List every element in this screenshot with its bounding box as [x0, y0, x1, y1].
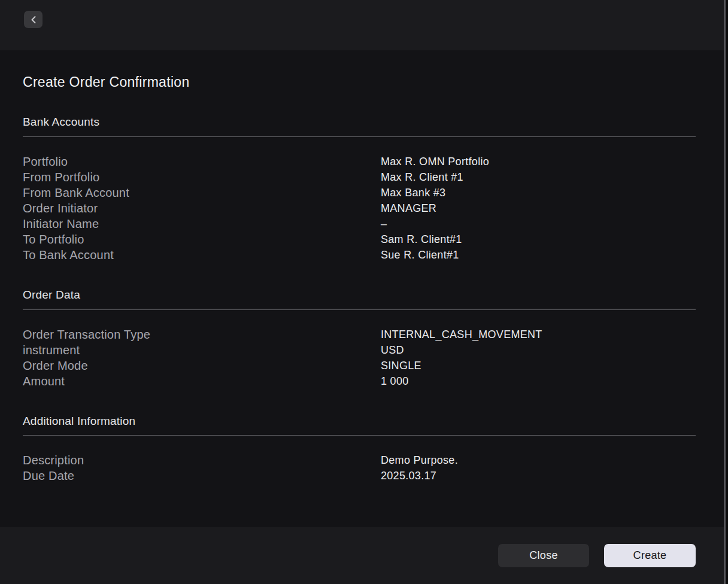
field-row: From Bank AccountMax Bank #3	[23, 185, 696, 200]
section-divider	[23, 435, 696, 436]
field-value: SINGLE	[381, 360, 696, 372]
field-value: MANAGER	[381, 202, 696, 215]
field-label: From Bank Account	[23, 186, 381, 200]
field-value: Max R. OMN Portfolio	[381, 156, 696, 168]
field-row: Initiator Name–	[23, 216, 696, 232]
bank-accounts-rows: PortfolioMax R. OMN PortfolioFrom Portfo…	[23, 154, 696, 263]
field-row: Order Transaction TypeINTERNAL_CASH_MOVE…	[23, 327, 696, 342]
field-row: From PortfolioMax R. Client #1	[23, 169, 696, 185]
scrollbar[interactable]	[724, 0, 728, 584]
section-bank-accounts: Bank Accounts PortfolioMax R. OMN Portfo…	[23, 115, 696, 263]
close-button[interactable]: Close	[498, 544, 589, 567]
field-value: Max Bank #3	[381, 187, 696, 199]
field-row: Order InitiatorMANAGER	[23, 200, 696, 216]
section-title: Order Data	[23, 288, 696, 302]
field-value: USD	[381, 344, 696, 357]
field-label: To Portfolio	[23, 233, 381, 247]
field-label: instrument	[23, 343, 381, 357]
chevron-left-icon	[30, 16, 37, 24]
field-row: PortfolioMax R. OMN Portfolio	[23, 154, 696, 169]
section-title: Additional Information	[23, 415, 696, 428]
field-row: To PortfolioSam R. Client#1	[23, 232, 696, 247]
section-divider	[23, 309, 696, 310]
field-value: 2025.03.17	[381, 470, 696, 482]
create-button[interactable]: Create	[604, 544, 696, 567]
field-label: To Bank Account	[23, 248, 381, 262]
field-row: Amount1 000	[23, 373, 696, 389]
field-value: 1 000	[381, 375, 696, 388]
field-row: DescriptionDemo Purpose.	[23, 453, 696, 469]
field-row: instrumentUSD	[23, 342, 696, 358]
back-button[interactable]	[24, 11, 43, 28]
field-label: Initiator Name	[23, 217, 381, 231]
field-value: Max R. Client #1	[381, 171, 696, 184]
section-additional-information: Additional Information DescriptionDemo P…	[23, 415, 696, 484]
top-bar	[0, 0, 728, 50]
field-label: Order Transaction Type	[23, 328, 381, 342]
field-label: Order Initiator	[23, 202, 381, 215]
field-label: Due Date	[23, 469, 381, 483]
section-order-data: Order Data Order Transaction TypeINTERNA…	[23, 288, 696, 389]
field-row: Order ModeSINGLE	[23, 358, 696, 373]
field-label: Description	[23, 454, 381, 467]
order-data-rows: Order Transaction TypeINTERNAL_CASH_MOVE…	[23, 327, 696, 389]
field-value: Sue R. Client#1	[381, 249, 696, 261]
additional-information-rows: DescriptionDemo Purpose.Due Date2025.03.…	[23, 453, 696, 484]
field-label: Portfolio	[23, 155, 381, 169]
footer-bar: Close Create	[0, 527, 728, 584]
page-title: Create Order Confirmation	[23, 74, 696, 90]
field-label: From Portfolio	[23, 171, 381, 184]
field-value: INTERNAL_CASH_MOVEMENT	[381, 328, 696, 341]
content-area: Create Order Confirmation Bank Accounts …	[0, 50, 728, 527]
field-label: Amount	[23, 375, 381, 388]
field-value: Demo Purpose.	[381, 454, 696, 467]
section-title: Bank Accounts	[23, 115, 696, 129]
field-row: To Bank AccountSue R. Client#1	[23, 247, 696, 263]
field-value: Sam R. Client#1	[381, 233, 696, 246]
field-value: –	[381, 218, 696, 230]
field-row: Due Date2025.03.17	[23, 469, 696, 484]
order-confirmation-window: Create Order Confirmation Bank Accounts …	[0, 0, 728, 584]
section-divider	[23, 136, 696, 137]
field-label: Order Mode	[23, 359, 381, 373]
